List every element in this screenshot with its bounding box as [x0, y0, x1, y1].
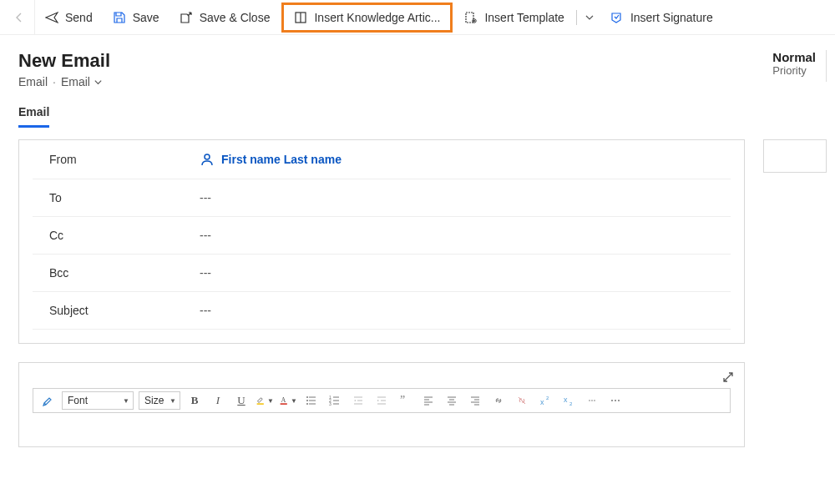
font-color-button[interactable]: A ▼ [279, 391, 297, 410]
font-select-label: Font [68, 395, 88, 406]
quote-icon: ” [399, 395, 411, 406]
unlink-icon [516, 395, 528, 406]
svg-point-50 [618, 400, 620, 401]
format-painter-button[interactable] [38, 391, 57, 410]
dropdown-arrow-icon: ▼ [123, 397, 129, 405]
insert-template-button[interactable]: Insert Template [454, 0, 574, 35]
blockquote-button[interactable]: ” [396, 391, 414, 410]
person-icon [200, 152, 215, 167]
bcc-label: Bcc [49, 266, 200, 280]
cc-label: Cc [49, 229, 200, 242]
save-close-button[interactable]: Save & Close [170, 0, 281, 35]
svg-text:”: ” [400, 395, 405, 406]
svg-point-13 [306, 403, 308, 405]
breadcrumb-entity-selector[interactable]: Email [61, 75, 103, 88]
from-name: First name Last name [221, 153, 342, 166]
strikethrough-icon [586, 395, 598, 406]
unlink-button[interactable] [513, 391, 531, 410]
to-value: --- [200, 191, 714, 204]
align-right-icon [469, 395, 481, 406]
superscript-icon: x2 [539, 395, 551, 406]
field-cc[interactable]: Cc --- [33, 217, 731, 255]
svg-text:2: 2 [546, 396, 549, 401]
svg-point-49 [615, 400, 616, 401]
svg-text:x: x [540, 398, 544, 406]
italic-button[interactable]: I [209, 391, 227, 410]
side-panel[interactable] [763, 139, 827, 173]
body-area: From First name Last name To --- Cc --- … [0, 128, 835, 344]
arrow-left-icon [13, 11, 26, 24]
svg-rect-7 [281, 403, 287, 405]
svg-text:3: 3 [329, 401, 331, 406]
back-button[interactable] [3, 0, 35, 35]
font-select[interactable]: Font ▼ [62, 391, 134, 410]
indent-button[interactable] [372, 391, 391, 410]
svg-point-12 [306, 400, 308, 401]
toolbar-divider [576, 10, 577, 25]
bold-button[interactable]: B [185, 391, 204, 410]
status-priority[interactable]: Normal Priority [766, 50, 827, 82]
send-button[interactable]: Send [35, 0, 103, 35]
strikethrough-button[interactable] [583, 391, 601, 410]
page-header: New Email Email · Email Normal Priority [0, 35, 835, 93]
save-icon [113, 11, 126, 24]
underline-button[interactable]: U [232, 391, 250, 410]
svg-point-44 [589, 400, 590, 401]
insert-signature-button[interactable]: Insert Signature [600, 0, 723, 35]
tab-email[interactable]: Email [18, 105, 49, 128]
outdent-button[interactable] [349, 391, 367, 410]
link-button[interactable] [489, 391, 508, 410]
insert-template-more-button[interactable] [579, 0, 600, 35]
subscript-button[interactable]: x2 [559, 391, 578, 410]
chevron-down-icon [94, 78, 103, 87]
bullet-list-icon [306, 395, 317, 406]
align-left-button[interactable] [419, 391, 438, 410]
breadcrumb: Email · Email [18, 75, 110, 88]
numbered-list-button[interactable]: 123 [326, 391, 344, 410]
template-icon [464, 11, 478, 24]
dropdown-arrow-icon: ▼ [170, 397, 176, 405]
svg-text:x: x [564, 396, 568, 404]
from-value[interactable]: First name Last name [200, 152, 342, 167]
more-button[interactable] [606, 391, 625, 410]
tab-bar: Email [0, 93, 835, 128]
svg-text:A: A [281, 396, 286, 404]
align-center-icon [446, 395, 458, 406]
subject-label: Subject [49, 304, 200, 317]
command-bar: Send Save Save & Close Insert Knowledge … [0, 0, 835, 35]
highlight-color-button[interactable]: ▼ [256, 391, 274, 410]
align-right-button[interactable] [466, 391, 484, 410]
expand-button[interactable] [722, 371, 734, 386]
cc-value: --- [200, 229, 714, 242]
page-title: New Email [18, 50, 110, 72]
superscript-button[interactable]: x2 [536, 391, 554, 410]
chevron-down-icon [584, 13, 595, 23]
save-button[interactable]: Save [103, 0, 170, 35]
field-from[interactable]: From First name Last name [33, 140, 731, 179]
field-to[interactable]: To --- [33, 179, 731, 217]
send-label: Send [65, 11, 93, 24]
editor-toolbar: Font ▼ Size ▼ B I U ▼ A ▼ 123 [33, 388, 731, 413]
field-subject[interactable]: Subject --- [33, 292, 731, 330]
more-icon [610, 395, 621, 406]
bcc-value: --- [200, 266, 714, 280]
svg-point-4 [205, 154, 210, 159]
insert-template-label: Insert Template [484, 11, 564, 24]
numbered-list-icon: 123 [329, 395, 341, 406]
indent-icon [376, 395, 387, 406]
paintbrush-icon [42, 395, 53, 406]
status-value: Normal [772, 50, 816, 64]
insert-signature-label: Insert Signature [630, 11, 713, 24]
save-label: Save [133, 11, 159, 24]
insert-knowledge-button[interactable]: Insert Knowledge Artic... [281, 3, 453, 33]
subject-value: --- [200, 304, 714, 317]
insert-knowledge-label: Insert Knowledge Artic... [314, 11, 440, 24]
save-close-icon [180, 11, 193, 24]
align-center-button[interactable] [443, 391, 461, 410]
field-bcc[interactable]: Bcc --- [33, 255, 731, 292]
bullet-list-button[interactable] [302, 391, 321, 410]
svg-point-45 [591, 400, 593, 401]
font-color-icon: A [279, 395, 290, 406]
rich-text-editor: Font ▼ Size ▼ B I U ▼ A ▼ 123 [18, 362, 745, 447]
size-select[interactable]: Size ▼ [139, 391, 180, 410]
